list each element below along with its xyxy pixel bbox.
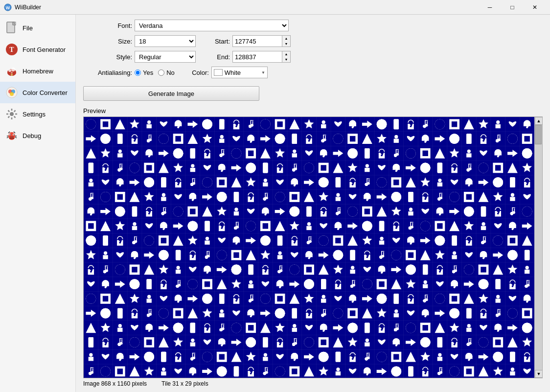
style-label: Style: xyxy=(83,53,132,61)
sidebar-item-settings[interactable]: Settings xyxy=(0,103,75,125)
generate-button[interactable]: Generate Image xyxy=(83,86,259,101)
image-info: Image 868 x 1160 pixels xyxy=(83,380,147,387)
svg-line-33 xyxy=(8,132,10,133)
title-bar: W WiiBuilder ─ □ ✕ xyxy=(0,0,550,15)
sidebar-item-file[interactable]: File xyxy=(0,17,75,39)
app-container: File T Font Generator xyxy=(0,15,550,392)
svg-point-10 xyxy=(11,68,15,71)
font-row: Font: Verdana Arial Times New Roman xyxy=(83,20,543,31)
generate-wrapper: Generate Image xyxy=(83,82,543,105)
style-end-row: Style: Regular Bold Italic Bold Italic E… xyxy=(83,51,543,63)
sidebar-item-homebrew[interactable]: Homebrew xyxy=(0,60,75,82)
antialiasing-yes-text: Yes xyxy=(143,69,153,76)
maximize-button[interactable]: □ xyxy=(501,0,524,15)
start-label: Start: xyxy=(210,38,230,45)
start-spin-down[interactable]: ▼ xyxy=(282,41,290,46)
end-label: End: xyxy=(210,53,230,61)
color-select-text: White xyxy=(225,69,259,76)
scroll-thumb[interactable] xyxy=(535,125,542,144)
preview-section: Preview ▲ ▼ Image 868 x 1160 pixels Tile… xyxy=(83,107,543,387)
svg-line-38 xyxy=(15,137,17,138)
style-select[interactable]: Regular Bold Italic Bold Italic xyxy=(135,51,196,63)
svg-text:W: W xyxy=(6,5,10,10)
form-area: Font: Verdana Arial Times New Roman Size… xyxy=(83,20,543,107)
font-label: Font: xyxy=(83,22,132,29)
sidebar: File T Font Generator xyxy=(0,15,76,392)
sidebar-item-debug[interactable]: Debug xyxy=(0,125,75,146)
antialiasing-no-label[interactable]: No xyxy=(158,69,175,76)
size-select[interactable]: 18 12 14 16 20 24 xyxy=(135,35,196,47)
svg-point-30 xyxy=(14,135,15,136)
preview-scrollbar[interactable]: ▲ ▼ xyxy=(534,117,542,378)
file-icon xyxy=(5,21,19,35)
svg-line-22 xyxy=(8,111,10,112)
antialiasing-yes-label[interactable]: Yes xyxy=(135,69,153,76)
antialiasing-no-radio[interactable] xyxy=(158,69,164,76)
end-input[interactable] xyxy=(233,51,282,62)
window-controls: ─ □ ✕ xyxy=(479,0,546,15)
main-content: Font: Verdana Arial Times New Roman Size… xyxy=(76,15,550,392)
svg-line-24 xyxy=(14,111,16,112)
svg-point-9 xyxy=(8,69,11,72)
start-input[interactable] xyxy=(233,36,282,46)
svg-text:T: T xyxy=(9,46,14,53)
start-spinbuttons: ▲ ▼ xyxy=(282,36,290,46)
preview-box: ▲ ▼ xyxy=(83,116,543,378)
sidebar-item-color-converter[interactable]: Color Converter xyxy=(0,82,75,103)
tile-info: Tile 31 x 29 pixels xyxy=(161,380,208,387)
size-start-row: Size: 18 12 14 16 20 24 Start: ▲ ▼ xyxy=(83,35,543,47)
settings-icon xyxy=(5,107,19,121)
svg-point-17 xyxy=(10,112,14,116)
svg-line-37 xyxy=(7,137,8,138)
sidebar-font-label: Font Generator xyxy=(23,46,66,53)
sidebar-item-font-generator[interactable]: T Font Generator xyxy=(0,39,75,60)
antialiasing-color-row: Antialiasing: Yes No Color: White xyxy=(83,67,543,78)
preview-label: Preview xyxy=(83,107,543,115)
sidebar-file-label: File xyxy=(23,24,33,32)
antialiasing-yes-radio[interactable] xyxy=(135,69,141,76)
color-label: Color: xyxy=(189,69,209,76)
sidebar-debug-label: Debug xyxy=(23,132,41,139)
scroll-up-arrow[interactable]: ▲ xyxy=(535,117,543,125)
svg-point-12 xyxy=(11,72,13,73)
end-spin-up[interactable]: ▲ xyxy=(282,51,290,57)
color-dropdown-arrow: ▼ xyxy=(261,70,265,75)
color-swatch xyxy=(214,69,223,76)
svg-point-29 xyxy=(10,135,11,136)
sidebar-color-label: Color Converter xyxy=(23,89,68,96)
antialiasing-label: Antialiasing: xyxy=(83,69,132,76)
svg-line-23 xyxy=(14,116,16,118)
font-generator-icon: T xyxy=(5,43,19,56)
sidebar-homebrew-label: Homebrew xyxy=(23,68,53,75)
scroll-down-arrow[interactable]: ▼ xyxy=(535,370,543,378)
svg-line-34 xyxy=(14,132,15,133)
svg-line-25 xyxy=(8,116,10,118)
end-spinbuttons: ▲ ▼ xyxy=(282,51,290,62)
svg-point-26 xyxy=(8,132,15,140)
svg-point-16 xyxy=(10,92,14,96)
size-label: Size: xyxy=(83,38,132,45)
color-dropdown[interactable]: White ▼ xyxy=(211,67,268,78)
start-input-group: ▲ ▼ xyxy=(232,35,291,47)
color-converter-icon xyxy=(5,86,19,99)
minimize-button[interactable]: ─ xyxy=(479,0,501,15)
svg-rect-11 xyxy=(11,73,13,76)
end-input-group: ▲ ▼ xyxy=(232,51,291,63)
app-icon: W xyxy=(4,3,12,11)
font-select[interactable]: Verdana Arial Times New Roman xyxy=(135,20,289,31)
start-spin-up[interactable]: ▲ xyxy=(282,36,290,41)
status-bar: Image 868 x 1160 pixels Tile 31 x 29 pix… xyxy=(83,380,543,387)
sidebar-settings-label: Settings xyxy=(23,111,46,118)
homebrew-icon xyxy=(5,64,19,78)
end-spin-down[interactable]: ▼ xyxy=(282,57,290,62)
scroll-track[interactable] xyxy=(535,125,542,370)
close-button[interactable]: ✕ xyxy=(524,0,546,15)
debug-icon xyxy=(5,129,19,142)
antialiasing-no-text: No xyxy=(166,69,175,76)
title-bar-text: WiiBuilder xyxy=(15,4,479,11)
antialiasing-group: Yes No xyxy=(135,69,175,76)
